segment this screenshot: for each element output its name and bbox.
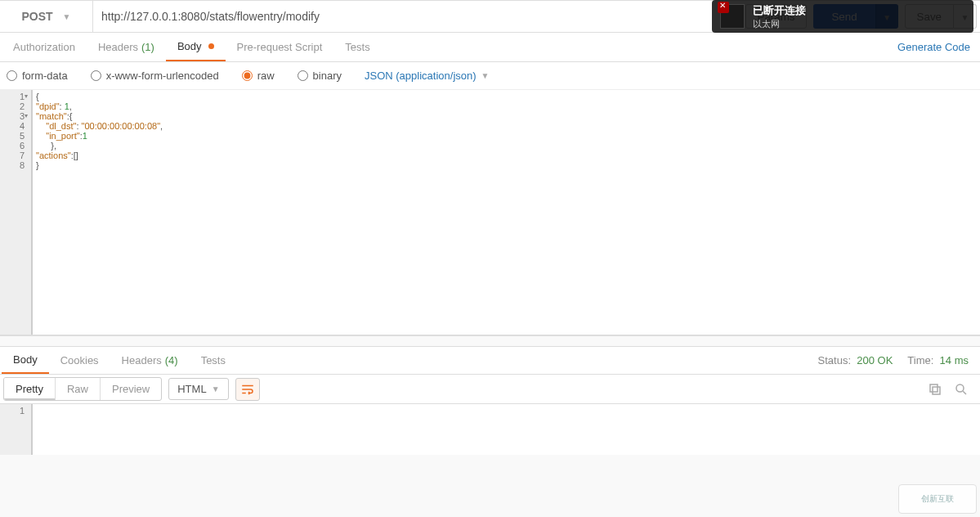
notification-title: 已断开连接 xyxy=(753,3,806,18)
response-body-editor[interactable]: 1 xyxy=(0,404,980,455)
seg-preview[interactable]: Preview xyxy=(101,378,161,400)
content-type-select[interactable]: JSON (application/json) ▼ xyxy=(365,70,489,82)
radio-raw[interactable]: raw xyxy=(242,70,275,82)
radio-label: x-www-form-urlencoded xyxy=(106,70,219,82)
seg-pretty[interactable]: Pretty xyxy=(4,378,56,400)
time-value: 14 ms xyxy=(940,354,969,366)
request-tabs: Authorization Headers (1) Body Pre-reque… xyxy=(0,33,980,62)
radio-binary[interactable]: binary xyxy=(298,70,342,82)
content-type-label: JSON (application/json) xyxy=(365,70,477,82)
svg-rect-1 xyxy=(930,384,937,392)
format-label: HTML xyxy=(177,383,206,395)
notification-subtitle: 以太网 xyxy=(753,18,806,30)
tab-authorization[interactable]: Authorization xyxy=(2,33,87,61)
body-type-row: form-data x-www-form-urlencoded raw bina… xyxy=(0,62,980,90)
view-segment: Pretty Raw Preview xyxy=(3,377,162,401)
resp-tab-cookies[interactable]: Cookies xyxy=(49,347,110,374)
tab-tests[interactable]: Tests xyxy=(333,33,381,61)
response-view-bar: Pretty Raw Preview HTML ▼ xyxy=(0,375,980,404)
http-method-label: POST xyxy=(21,10,52,23)
response-tabs: Body Cookies Headers (4) Tests Status: 2… xyxy=(0,347,980,375)
radio-urlencoded[interactable]: x-www-form-urlencoded xyxy=(91,70,219,82)
http-method-select[interactable]: POST ▼ xyxy=(0,1,93,32)
resp-tab-tests[interactable]: Tests xyxy=(190,347,237,374)
editor-code-area[interactable]: {"dpid": 1,"match":{ "dl_dst": "00:00:00… xyxy=(33,90,980,335)
tab-label: Pre-request Script xyxy=(237,41,323,53)
response-format-select[interactable]: HTML ▼ xyxy=(168,378,228,400)
svg-rect-0 xyxy=(933,387,940,394)
time-label: Time: xyxy=(907,354,933,366)
chevron-down-icon: ▼ xyxy=(481,71,490,80)
section-divider xyxy=(0,335,980,347)
tab-prerequest[interactable]: Pre-request Script xyxy=(226,33,334,61)
radio-label: form-data xyxy=(22,70,68,82)
copy-icon[interactable] xyxy=(928,382,942,397)
url-input[interactable] xyxy=(93,1,745,32)
tab-count: (1) xyxy=(141,41,154,53)
tab-label: Tests xyxy=(345,41,369,53)
request-body-editor[interactable]: 1▾23▾45678 {"dpid": 1,"match":{ "dl_dst"… xyxy=(0,90,980,335)
chevron-down-icon: ▼ xyxy=(63,12,71,21)
tab-label: Headers xyxy=(122,354,162,366)
tab-label: Headers xyxy=(98,41,138,53)
tab-label: Tests xyxy=(201,354,226,366)
tab-headers[interactable]: Headers (1) xyxy=(87,33,166,61)
tab-label: Cookies xyxy=(60,354,99,366)
search-icon[interactable] xyxy=(954,382,969,397)
seg-raw[interactable]: Raw xyxy=(56,378,101,400)
wrap-lines-button[interactable] xyxy=(235,378,260,401)
tab-label: Body xyxy=(177,40,202,52)
radio-label: binary xyxy=(313,70,342,82)
editor-gutter: 1 xyxy=(0,404,31,455)
svg-point-2 xyxy=(956,384,964,392)
unsaved-dot-icon xyxy=(208,43,214,49)
resp-tab-headers[interactable]: Headers (4) xyxy=(110,347,190,374)
resp-tab-body[interactable]: Body xyxy=(2,347,49,374)
tab-label: Authorization xyxy=(13,41,75,53)
ethernet-icon xyxy=(720,4,745,29)
radio-form-data[interactable]: form-data xyxy=(7,70,68,82)
wrap-icon xyxy=(240,382,255,397)
radio-label: raw xyxy=(257,70,275,82)
chevron-down-icon: ▼ xyxy=(212,384,220,393)
network-notification: 已断开连接 以太网 xyxy=(712,0,973,33)
status-box: Status: 200 OK Time: 14 ms xyxy=(818,354,980,366)
tab-label: Body xyxy=(13,353,38,366)
status-label: Status: xyxy=(818,354,851,366)
editor-gutter: 1▾23▾45678 xyxy=(0,90,31,335)
tab-body[interactable]: Body xyxy=(166,33,226,61)
generate-code-link[interactable]: Generate Code xyxy=(897,41,970,53)
tab-count: (4) xyxy=(165,354,178,366)
status-value: 200 OK xyxy=(857,354,893,366)
editor-code-area[interactable] xyxy=(33,404,980,455)
